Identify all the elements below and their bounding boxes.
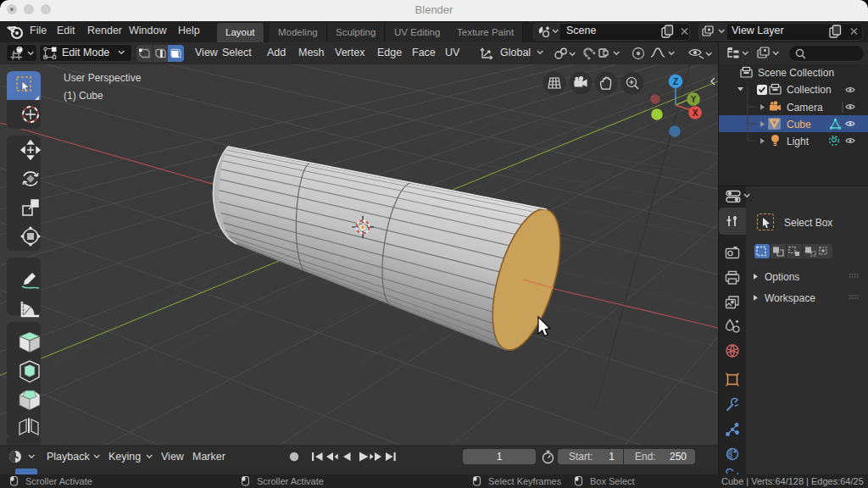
svg-text:Collection: Collection (787, 84, 832, 96)
svg-text:Cube: Cube (787, 119, 811, 130)
svg-text:Light: Light (787, 136, 810, 147)
svg-text:Options: Options (765, 271, 799, 283)
svg-text:Camera: Camera (787, 102, 823, 114)
svg-text:Z: Z (673, 77, 678, 86)
svg-text:Scene Collection: Scene Collection (758, 67, 834, 79)
svg-text:Workspace: Workspace (765, 292, 815, 304)
svg-text:User Perspective: User Perspective (64, 72, 142, 84)
svg-text:(1) Cube: (1) Cube (64, 90, 103, 102)
svg-text:Y: Y (691, 95, 697, 104)
svg-text:X: X (693, 108, 698, 118)
